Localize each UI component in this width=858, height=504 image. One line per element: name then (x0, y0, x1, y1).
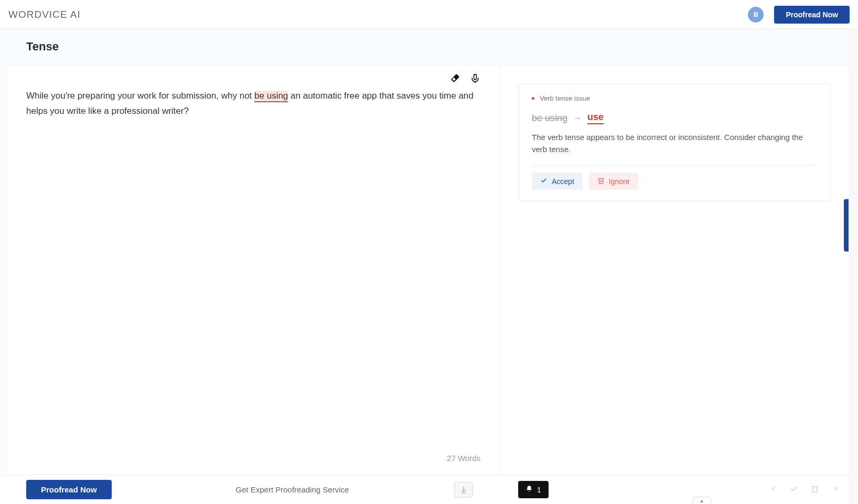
scrollbar[interactable] (849, 29, 858, 504)
download-button[interactable] (454, 482, 473, 498)
word-count: 27 Words (447, 454, 480, 463)
notification-badge[interactable]: 1 (518, 481, 549, 498)
main-content: While you're preparing your work for sub… (0, 65, 858, 473)
editor-text-area[interactable]: While you're preparing your work for sub… (7, 65, 499, 138)
arrow-right-icon: → (574, 114, 581, 122)
chevron-left-icon[interactable] (770, 485, 777, 495)
editor-toolbar (450, 73, 480, 87)
accept-button[interactable]: Accept (532, 173, 583, 190)
page-title-bar: Tense (0, 29, 858, 65)
check-icon (540, 177, 548, 186)
trash-icon (597, 177, 605, 186)
bottom-right: 1 (499, 475, 858, 504)
nav-controls (770, 485, 839, 495)
replacement-text: use (587, 112, 604, 124)
logo[interactable]: WORDVICE AI (8, 9, 81, 20)
editor-panel: While you're preparing your work for sub… (7, 65, 499, 473)
ignore-button[interactable]: Ignore (589, 173, 638, 190)
bell-icon (525, 485, 533, 494)
issue-type-row: Verb tense issue (532, 94, 818, 102)
bottom-left: Proofread Now Get Expert Proofreading Se… (0, 475, 499, 504)
expert-proofreading-link[interactable]: Get Expert Proofreading Service (235, 485, 349, 494)
avatar[interactable]: B (748, 7, 764, 23)
bottom-bar: Proofread Now Get Expert Proofreading Se… (0, 475, 858, 504)
header-right: B Proofread Now (748, 6, 850, 24)
accept-label: Accept (552, 177, 574, 186)
suggestion-explanation: The verb tense appears to be incorrect o… (532, 132, 818, 155)
original-text: be using (532, 113, 567, 124)
page-title: Tense (26, 40, 832, 53)
svg-rect-0 (474, 74, 477, 80)
check-icon[interactable] (790, 485, 798, 495)
issue-dot-icon (532, 97, 534, 100)
notification-count: 1 (537, 486, 541, 494)
suggestion-card: Verb tense issue be using → use The verb… (519, 83, 831, 201)
suggestion-actions: Accept Ignore (532, 173, 818, 190)
error-highlight[interactable]: be using (254, 91, 288, 102)
eraser-icon[interactable] (450, 73, 460, 87)
proofread-now-button-bottom[interactable]: Proofread Now (26, 480, 112, 499)
issue-type-label: Verb tense issue (540, 94, 590, 102)
trash-icon[interactable] (811, 485, 819, 495)
text-before: While you're preparing your work for sub… (26, 91, 254, 101)
suggestions-panel: Verb tense issue be using → use The verb… (499, 65, 850, 473)
collapse-tab[interactable]: ▲ (692, 497, 711, 504)
app-header: WORDVICE AI B Proofread Now (0, 0, 858, 29)
divider (532, 165, 818, 165)
chevron-right-icon[interactable] (832, 485, 839, 495)
microphone-icon[interactable] (470, 73, 480, 87)
chevron-up-icon: ▲ (700, 498, 704, 503)
ignore-label: Ignore (609, 177, 630, 186)
proofread-now-button[interactable]: Proofread Now (774, 6, 850, 24)
suggestion-change: be using → use (532, 112, 818, 124)
